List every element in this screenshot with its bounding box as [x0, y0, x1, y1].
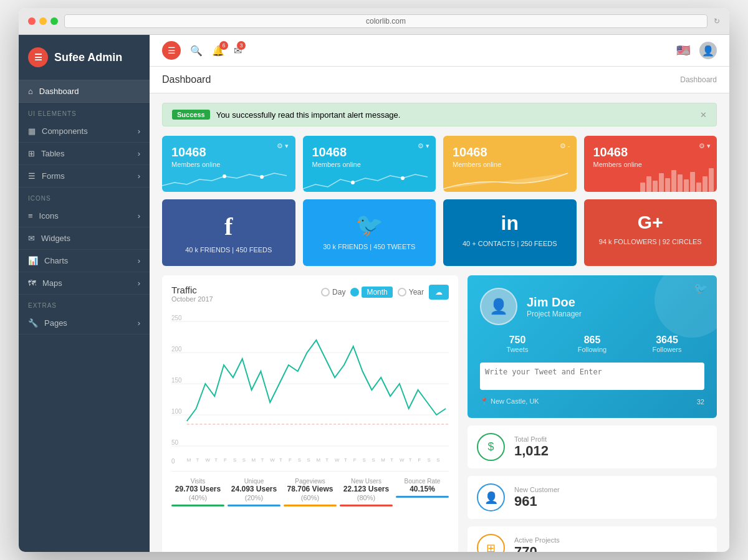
- google-icon: G+: [638, 212, 663, 233]
- search-icon[interactable]: 🔍: [190, 45, 203, 57]
- stat-number-0: 10468: [171, 145, 286, 159]
- stat-settings-icon[interactable]: ⚙ ▾: [418, 142, 429, 150]
- pages-icon: 🔧: [28, 318, 38, 328]
- section-icons: ICONS: [19, 187, 150, 205]
- svg-text:S: S: [298, 457, 301, 463]
- profile-name: Jim Doe: [527, 295, 582, 310]
- sidebar-item-widgets[interactable]: ✉ Widgets: [19, 227, 150, 250]
- svg-point-0: [223, 174, 226, 178]
- stats-row: ⚙ ▾ 10468 Members online ⚙ ▾ 10468 Membe…: [162, 136, 717, 192]
- stat-number-3: 10468: [593, 145, 708, 159]
- dot-green[interactable]: [50, 17, 58, 25]
- bottom-row: Traffic October 2017 Day Mont: [162, 275, 717, 552]
- svg-text:T: T: [214, 457, 218, 463]
- browser-refresh[interactable]: ↻: [714, 17, 720, 26]
- stat-settings-icon[interactable]: ⚙ ▾: [699, 142, 711, 150]
- sidebar-item-dashboard[interactable]: ⌂ Dashboard: [19, 80, 150, 103]
- month-radio[interactable]: Month: [350, 287, 392, 298]
- svg-text:F: F: [418, 457, 421, 463]
- traffic-controls: Day Month Year ☁: [321, 285, 449, 300]
- top-nav: ☰ 🔍 🔔 6 ✉ 3 🇺🇸 👤: [150, 35, 729, 67]
- chevron-right-icon: ›: [138, 318, 140, 328]
- stat-settings-icon[interactable]: ⚙ ▾: [277, 142, 289, 150]
- svg-text:W: W: [400, 457, 405, 463]
- profile-info: 👤 Jim Doe Project Manager: [480, 288, 704, 325]
- svg-text:S: S: [363, 457, 366, 463]
- svg-text:S: S: [427, 457, 430, 463]
- section-extras: EXTRAS: [19, 295, 150, 312]
- messages-button[interactable]: ✉ 3: [234, 45, 242, 57]
- charts-icon: 📊: [28, 256, 38, 265]
- svg-text:S: S: [307, 457, 310, 463]
- sidebar-item-pages[interactable]: 🔧 Pages ›: [19, 312, 150, 335]
- user-avatar[interactable]: 👤: [699, 42, 717, 59]
- chevron-right-icon: ›: [138, 149, 140, 158]
- svg-text:W: W: [205, 457, 210, 463]
- month-radio-circle: [350, 288, 359, 297]
- main-content: ☰ 🔍 🔔 6 ✉ 3 🇺🇸 👤: [150, 35, 729, 552]
- dot-yellow[interactable]: [39, 17, 47, 25]
- svg-text:T: T: [196, 457, 199, 463]
- day-radio[interactable]: Day: [321, 288, 345, 297]
- dashboard-icon: ⌂: [28, 87, 33, 96]
- svg-text:W: W: [270, 457, 275, 463]
- metric-info-profit: Total Profit 1,012: [514, 435, 707, 459]
- stat-label-3: Members online: [593, 161, 708, 168]
- stat-bar-1: [228, 505, 280, 506]
- sidebar-item-components[interactable]: ▦ Components ›: [19, 120, 150, 143]
- svg-text:M: M: [187, 457, 191, 463]
- stat-number-1: 10468: [312, 145, 427, 159]
- chevron-right-icon: ›: [138, 278, 140, 288]
- svg-text:T: T: [390, 457, 393, 463]
- svg-text:M: M: [252, 457, 256, 463]
- location-icon: 📍 New Castle, UK: [480, 397, 539, 406]
- chart-stat-2: Pageviews 78.706 Views (60%): [284, 478, 337, 506]
- social-card-twitter[interactable]: 🐦 30 k FRIENDS | 450 TWEETS: [303, 199, 436, 266]
- sidebar-item-forms[interactable]: ☰ Forms ›: [19, 165, 150, 187]
- profile-stats: 750 Tweets 865 Following 3645 Followers: [480, 335, 704, 353]
- year-radio-circle: [398, 288, 406, 297]
- svg-point-3: [401, 176, 405, 180]
- svg-text:S: S: [233, 457, 236, 463]
- dot-red[interactable]: [28, 17, 36, 25]
- stat-bar-2: [284, 505, 337, 506]
- hamburger-menu-button[interactable]: ☰: [162, 41, 181, 60]
- sidebar-item-icons[interactable]: ≡ Icons ›: [19, 205, 150, 227]
- brand-name: Sufee Admin: [54, 51, 122, 64]
- browser-dots: [28, 17, 58, 25]
- notifications-badge: 6: [219, 41, 228, 50]
- breadcrumb: Dashboard: [680, 75, 717, 84]
- top-nav-right: 🇺🇸 👤: [676, 42, 717, 59]
- sidebar-item-charts[interactable]: 📊 Charts ›: [19, 250, 150, 272]
- twitter-stats: 30 k FRIENDS | 450 TWEETS: [323, 243, 415, 250]
- tweet-input[interactable]: [480, 363, 704, 390]
- traffic-title: Traffic: [171, 285, 213, 295]
- download-button[interactable]: ☁: [429, 285, 449, 300]
- traffic-subtitle: October 2017: [171, 295, 213, 303]
- alert-banner: Success You successfully read this impor…: [162, 103, 717, 126]
- year-radio[interactable]: Year: [398, 288, 424, 297]
- stat-settings-icon[interactable]: ⚙ -: [560, 142, 570, 150]
- stat-bar-4: [396, 496, 449, 498]
- twitter-card-icon: 🐦: [694, 282, 707, 295]
- svg-text:S: S: [436, 457, 439, 463]
- metric-info-projects: Active Projects 770: [514, 536, 707, 553]
- forms-icon: ☰: [28, 171, 36, 181]
- app-wrapper: ☰ Sufee Admin ⌂ Dashboard UI ELEMENTS ▦ …: [19, 35, 729, 552]
- social-card-google[interactable]: G+ 94 k FOLLOWERS | 92 CIRCLES: [584, 199, 717, 266]
- metric-card-profit: $ Total Profit 1,012: [467, 425, 717, 468]
- notifications-button[interactable]: 🔔 6: [212, 45, 224, 57]
- messages-badge: 3: [237, 41, 246, 50]
- tables-icon: ⊞: [28, 149, 35, 158]
- browser-url-bar[interactable]: colorlib.com: [64, 14, 707, 28]
- metric-card-projects: ⊞ Active Projects 770: [467, 526, 717, 552]
- sidebar-item-tables[interactable]: ⊞ Tables ›: [19, 143, 150, 165]
- social-card-linkedin[interactable]: in 40 + CONTACTS | 250 FEEDS: [443, 199, 577, 266]
- alert-close-button[interactable]: ✕: [700, 110, 707, 120]
- profile-avatar: 👤: [480, 288, 517, 325]
- social-card-facebook[interactable]: f 40 k FRIENDS | 450 FEEDS: [162, 199, 295, 266]
- svg-text:150: 150: [171, 377, 182, 384]
- alert-badge: Success: [172, 110, 210, 120]
- sidebar-item-maps[interactable]: 🗺 Maps ›: [19, 272, 150, 295]
- facebook-stats: 40 k FRIENDS | 450 FEEDS: [185, 246, 272, 254]
